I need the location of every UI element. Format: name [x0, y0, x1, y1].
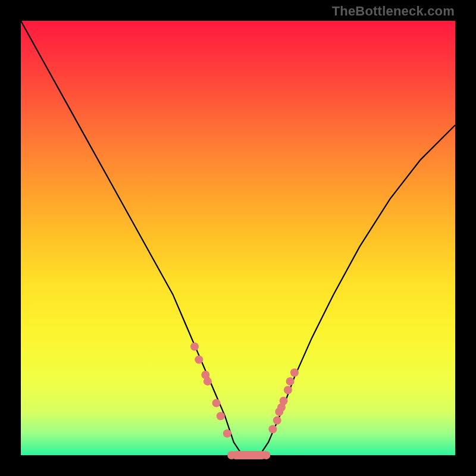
data-marker: [290, 368, 299, 377]
watermark-text: TheBottleneck.com: [332, 4, 455, 19]
data-marker: [284, 386, 292, 394]
marker-cluster-left: [190, 343, 231, 438]
data-marker: [190, 343, 199, 351]
plot-svg: [21, 21, 455, 455]
bottleneck-curve: [21, 21, 455, 455]
data-marker: [217, 412, 225, 420]
data-marker: [273, 416, 281, 425]
data-marker: [212, 399, 221, 407]
marker-flat-bottom: [227, 451, 270, 459]
chart-canvas: TheBottleneck.com: [0, 0, 476, 476]
data-marker: [227, 451, 236, 459]
data-marker: [203, 377, 212, 386]
data-marker: [195, 355, 203, 364]
data-marker: [223, 430, 231, 438]
data-marker: [280, 397, 288, 405]
flat-bottom-marker: [231, 451, 266, 459]
data-marker: [268, 425, 277, 433]
data-marker: [262, 451, 270, 459]
data-marker: [286, 377, 295, 386]
